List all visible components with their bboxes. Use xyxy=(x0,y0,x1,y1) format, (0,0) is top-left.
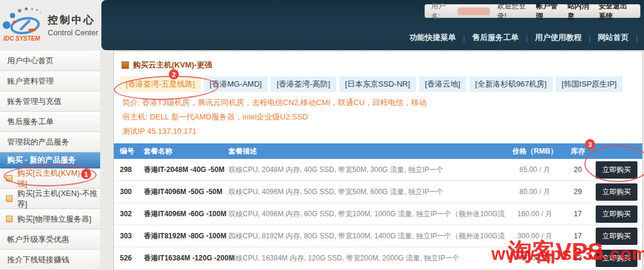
bullet-icon xyxy=(6,216,13,222)
buy-now-button[interactable]: 立即购买 xyxy=(596,183,637,201)
annotation-badge-1: 1 xyxy=(81,169,91,179)
sidebar: 用户中心首页 账户资料管理 账务管理与充值 售后服务工单 管理我的产品服务 购买… xyxy=(0,51,100,270)
logo-brand-text: IDC SYSTEM xyxy=(4,35,41,42)
plan-name: 香港IT-2048M -40G -50M xyxy=(144,165,228,175)
plan-desc: 双核CPU, 2048M 内存, 40G SSD, 带宽50M, 300G 流量… xyxy=(228,165,505,175)
plan-intro: 简介: 香港T3级机房，腾讯云同机房，去程电信CN2,移动CMI，联通CU，回程… xyxy=(114,92,642,140)
sidebar-item-account-profile[interactable]: 账户资料管理 xyxy=(0,71,100,91)
panel-title: 购买云主机(KVM)-更强 xyxy=(114,51,642,74)
plan-name: 香港IT4096M -60G -100M xyxy=(144,209,228,219)
plan-stock: 13 xyxy=(565,254,591,262)
table-row: 300 香港IT4096M -50G -50M 双核CPU, 4096M 内存,… xyxy=(114,181,642,203)
plan-price: 300.00 / 月 xyxy=(505,231,565,241)
sidebar-item-account-upgrade[interactable]: 帐户升级享受优惠 xyxy=(0,229,100,250)
bullet-icon xyxy=(6,175,13,182)
sidebar-item-buy-xen[interactable]: 购买[云主机(XEN)-不推荐] xyxy=(0,189,100,209)
logo-title-cn: 控制中心 xyxy=(48,13,98,27)
user-bar: 用户名: 欢迎您登录! 帐户管理 站内消息 安全退出系统 xyxy=(425,4,640,18)
logo-title-en: Control Center xyxy=(48,28,98,37)
intro-line-1: 简介: 香港T3级机房，腾讯云同机房，去程电信CN2,移动CMI，联通CU，回程… xyxy=(122,96,634,110)
sidebar-item-billing-recharge[interactable]: 账务管理与充值 xyxy=(0,91,100,112)
table-row: 303 香港IT8192M -80G -100M 四核CPU, 8192M 内存… xyxy=(114,225,642,247)
bullet-icon xyxy=(6,195,13,202)
panel-title-icon xyxy=(122,62,129,69)
site-messages-link[interactable]: 站内消息 xyxy=(567,1,590,22)
col-header-name: 套餐名称 xyxy=(144,146,228,157)
menu-separator: | xyxy=(589,33,590,42)
plan-id: 298 xyxy=(114,165,144,174)
table-row: 526 香港IT16384M -120G -200M 四核CPU, 16384M… xyxy=(114,247,642,269)
sidebar-item-referral-earn[interactable]: 推介下线链接赚钱 xyxy=(0,250,100,270)
plan-id: 526 xyxy=(114,254,144,262)
sidebar-item-manage-products[interactable]: 管理我的产品服务 xyxy=(0,132,100,152)
plan-name: 香港IT4096M -50G -50M xyxy=(144,187,228,197)
datacenter-tab-bar: [香港荃湾-五星线路] [香港MG-AMD] [香港荃湾-高防] [日本东京SS… xyxy=(120,76,636,92)
intro-line-2: 宿主机: DELL 新一代AMD服务器，intel企业级U2.SSD xyxy=(122,110,634,124)
buy-now-button[interactable]: 立即购买 xyxy=(596,228,637,245)
tab-kr-isp-ip[interactable]: [韩国ISP原生IP] xyxy=(556,76,623,92)
menu-separator: | xyxy=(463,33,465,42)
logo-area: IDC SYSTEM 控制中心 Control Center xyxy=(0,0,101,50)
tab-hk-tsuenwan-ddos[interactable]: [香港荃湾-高防] xyxy=(271,76,336,92)
plan-stock: 20 xyxy=(565,165,591,174)
plan-desc: 双核CPU, 4096M 内存, 60G SSD, 带宽100M, 1000G … xyxy=(228,209,505,219)
col-header-id: 编号 xyxy=(114,146,144,157)
plan-desc: 四核CPU, 8192M 内存, 80G SSD, 带宽100M, 1400G … xyxy=(228,231,505,241)
plan-price: 65.00 / 月 xyxy=(505,165,565,175)
welcome-text: 欢迎您登录! xyxy=(497,1,528,22)
account-manage-link[interactable]: 帐户管理 xyxy=(536,1,559,22)
logout-link[interactable]: 安全退出系统 xyxy=(599,1,634,22)
buy-now-button[interactable]: 立即购买 xyxy=(596,205,637,223)
menu-website-home[interactable]: 网站首页 xyxy=(598,32,629,43)
col-header-desc: 套餐描述 xyxy=(228,146,505,157)
username-redacted xyxy=(458,8,490,15)
top-menu: 功能快捷菜单 | 售后服务工单 | 用户使用教程 | 网站首页 | xyxy=(239,30,638,45)
annotation-badge-3: 3 xyxy=(585,139,595,149)
sidebar-item-buy-dedicated[interactable]: 购买[物理独立服务器] xyxy=(0,209,100,229)
plan-stock: 17 xyxy=(565,210,591,218)
table-header-row: 编号 套餐名称 套餐描述 价格（RMB） 库存 xyxy=(114,143,642,159)
col-header-price: 价格（RMB） xyxy=(505,146,565,157)
plan-name: 香港IT8192M -80G -100M xyxy=(144,231,228,241)
buy-now-button[interactable]: 立即购买 xyxy=(596,161,637,179)
plan-desc: 四核CPU, 16384M 内存, 120G SSD, 带宽200M, 2000… xyxy=(228,253,505,263)
tab-hk-cloudland[interactable]: [香港云地] xyxy=(419,76,466,92)
table-row: 302 香港IT4096M -60G -100M 双核CPU, 4096M 内存… xyxy=(114,203,642,225)
plan-price: 160.00 / 月 xyxy=(505,209,565,219)
main-panel: 购买云主机(KVM)-更强 [香港荃湾-五星线路] [香港MG-AMD] [香港… xyxy=(113,51,643,270)
tab-jp-tokyo-ssd[interactable]: [日本东京SSD-NR] xyxy=(339,76,416,92)
plan-id: 300 xyxy=(114,188,144,196)
plan-price: 450.00 / 月 xyxy=(505,253,565,263)
menu-support-tickets[interactable]: 售后服务工单 xyxy=(472,32,519,43)
menu-quick-functions[interactable]: 功能快捷菜单 xyxy=(409,32,456,43)
plan-id: 303 xyxy=(114,232,144,240)
sidebar-item-user-home[interactable]: 用户中心首页 xyxy=(0,51,100,71)
tab-la-967[interactable]: [全新洛杉矶967机房] xyxy=(469,76,553,92)
menu-user-tutorials[interactable]: 用户使用教程 xyxy=(535,32,581,43)
sidebar-item-support-tickets[interactable]: 售后服务工单 xyxy=(0,112,100,132)
plan-stock: 29 xyxy=(565,188,591,196)
table-row: 298 香港IT-2048M -40G -50M 双核CPU, 2048M 内存… xyxy=(114,159,642,181)
plan-id: 302 xyxy=(114,210,144,218)
page: IDC SYSTEM 控制中心 Control Center 用户名: 欢迎您登… xyxy=(0,0,644,270)
menu-separator: | xyxy=(636,33,638,42)
idc-logo-icon: IDC SYSTEM xyxy=(2,6,45,44)
buy-now-button[interactable]: 立即购买 xyxy=(596,250,637,267)
intro-line-3: 测试IP 45.137.10.171 xyxy=(122,124,634,139)
plan-name: 香港IT16384M -120G -200M xyxy=(144,253,228,263)
sidebar-item-buy-new-products[interactable]: 购买 - 新的产品服务 xyxy=(0,152,100,168)
username-label: 用户名: xyxy=(431,1,450,22)
tab-hk-tsuenwan-fivestar[interactable]: [香港荃湾-五星线路] xyxy=(120,76,201,92)
annotation-badge-2: 2 xyxy=(169,69,179,79)
menu-separator: | xyxy=(526,33,528,42)
logo-title: 控制中心 Control Center xyxy=(48,13,98,37)
plan-price: 80.00 / 月 xyxy=(505,187,565,197)
plan-desc: 双核CPU, 4096M 内存, 50G SSD, 带宽50M, 600G 流量… xyxy=(228,187,505,197)
tab-hk-mg-amd[interactable]: [香港MG-AMD] xyxy=(204,76,268,92)
plan-stock: 17 xyxy=(565,232,591,240)
plans-table: 编号 套餐名称 套餐描述 价格（RMB） 库存 298 香港IT-2048M -… xyxy=(114,143,642,269)
